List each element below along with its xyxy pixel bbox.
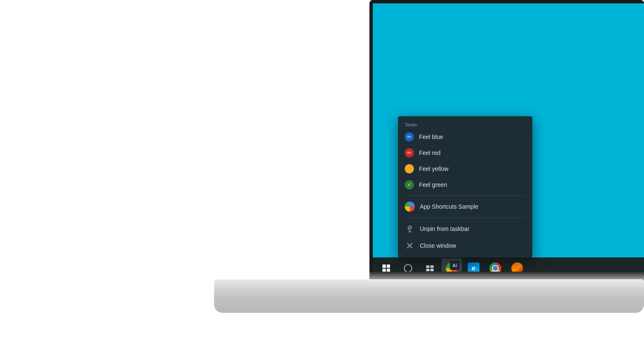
unpin-icon [405,224,415,234]
feel-red-label: Feel red [419,149,440,156]
svg-rect-3 [430,269,434,271]
laptop-base [214,279,644,313]
feel-yellow-label: Feel yellow [419,165,448,172]
app-shortcuts-label: App Shortcuts Sample [420,203,478,210]
screen-content: Ai e Tasks Feel blue [373,3,644,279]
menu-item-close-window[interactable]: Close window [398,237,532,254]
windows-icon [382,265,390,272]
taskview-icon [426,264,434,272]
svg-rect-2 [426,269,429,271]
context-menu: Tasks Feel blue Feel red Feel yellow Fee… [398,116,532,257]
ai-badge: Ai [450,261,459,270]
laptop-screen: Ai e Tasks Feel blue [369,0,644,283]
menu-item-feel-red[interactable]: Feel red [398,145,532,161]
svg-rect-0 [426,265,429,268]
menu-separator-2 [405,217,526,218]
feel-blue-label: Feel blue [419,134,443,140]
cortana-icon [404,264,412,272]
close-window-label: Close window [420,242,456,249]
app-shortcut-icon [405,202,415,212]
menu-item-feel-yellow[interactable]: Feel yellow [398,161,532,177]
feel-green-icon [405,180,414,189]
svg-rect-1 [430,265,434,268]
feel-green-label: Feel green [419,181,447,188]
menu-item-feel-blue[interactable]: Feel blue [398,129,532,145]
close-window-icon [405,241,415,251]
menu-separator-1 [405,195,526,196]
feel-red-icon [405,148,414,157]
feel-blue-icon [405,132,414,141]
tasks-section-label: Tasks [398,120,532,129]
unpin-label: Unpin from taskbar [420,225,469,232]
menu-item-unpin[interactable]: Unpin from taskbar [398,220,532,237]
menu-item-feel-green[interactable]: Feel green [398,177,532,193]
feel-yellow-icon [405,164,414,173]
menu-item-app-shortcuts[interactable]: App Shortcuts Sample [398,198,532,215]
